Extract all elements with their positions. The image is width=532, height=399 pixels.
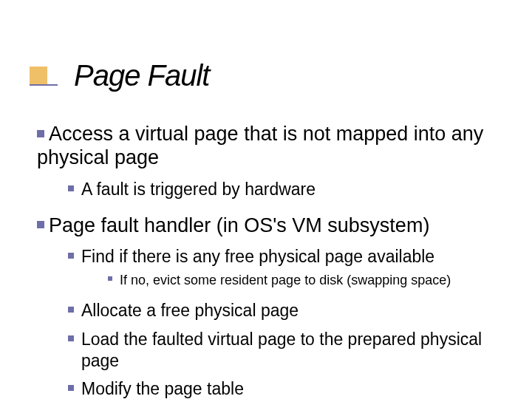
l1-text: Access a virtual page that is not mapped… [37, 123, 483, 168]
slide: Page Fault Access a virtual page that is… [0, 0, 532, 399]
list-item: If no, evict some resident page to disk … [108, 272, 510, 289]
list-item: Page fault handler (in OS's VM subsystem… [37, 214, 510, 399]
bullet-icon [108, 276, 112, 281]
title-block: Page Fault [30, 50, 502, 117]
l2-text: Allocate a free physical page [81, 300, 299, 321]
list-item: A fault is triggered by hardware [68, 179, 510, 200]
list-item: Find if there is any free physical page … [68, 246, 510, 293]
l2-text: A fault is triggered by hardware [81, 179, 316, 200]
content-body: Access a virtual page that is not mapped… [37, 122, 510, 399]
bullet-icon [37, 130, 44, 137]
bullet-icon [68, 185, 74, 191]
l1-text: Page fault handler (in OS's VM subsystem… [49, 214, 429, 236]
bullet-icon [68, 253, 74, 259]
list-item: Modify the page table [68, 378, 510, 399]
page-title: Page Fault [74, 59, 209, 92]
l3-text: If no, evict some resident page to disk … [120, 272, 451, 289]
list-item: Load the faulted virtual page to the pre… [68, 329, 510, 372]
bullet-icon [68, 307, 74, 313]
list-item: Allocate a free physical page [68, 300, 510, 321]
accent-square-icon [30, 66, 47, 84]
l2-text: Find if there is any free physical page … [81, 247, 434, 266]
l2-text: Load the faulted virtual page to the pre… [81, 329, 510, 372]
l2-text: Modify the page table [81, 378, 244, 399]
list-item: Access a virtual page that is not mapped… [37, 122, 510, 200]
bullet-icon [37, 221, 44, 228]
accent-rule-icon [30, 84, 58, 86]
bullet-icon [68, 335, 74, 341]
bullet-icon [68, 385, 74, 391]
